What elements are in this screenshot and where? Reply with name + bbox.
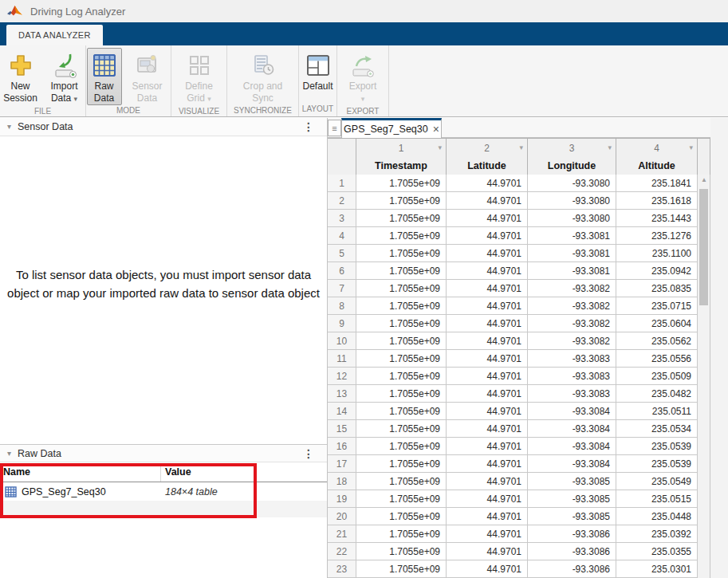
row-number[interactable]: 18: [328, 473, 356, 490]
table-cell[interactable]: 235.0604: [616, 315, 698, 332]
default-layout-button[interactable]: Default: [300, 48, 336, 93]
table-cell[interactable]: 1.7055e+09: [356, 543, 447, 560]
crop-and-sync-button[interactable]: Crop andSync: [229, 48, 297, 105]
table-cell[interactable]: -93.3083: [528, 368, 616, 385]
table-cell[interactable]: -93.3082: [528, 332, 616, 350]
row-number[interactable]: 10: [328, 332, 356, 350]
table-cell[interactable]: -93.3083: [528, 385, 616, 403]
grid-column-name-latitude[interactable]: Latitude: [447, 157, 528, 175]
row-number[interactable]: 5: [328, 245, 356, 262]
table-cell[interactable]: 235.0539: [616, 438, 698, 455]
row-number[interactable]: 7: [328, 280, 356, 297]
row-number[interactable]: 2: [328, 192, 356, 210]
table-cell[interactable]: 1.7055e+09: [356, 192, 447, 210]
table-cell[interactable]: 235.0942: [616, 262, 698, 280]
table-cell[interactable]: 44.9701: [447, 245, 528, 262]
table-cell[interactable]: 44.9701: [447, 175, 528, 192]
grid-column-index-1[interactable]: 1▾: [356, 139, 447, 157]
row-number[interactable]: 15: [328, 420, 356, 438]
raw-data-button[interactable]: RawData: [87, 48, 122, 105]
collapse-arrow-icon[interactable]: ▾: [7, 123, 11, 131]
row-number[interactable]: 17: [328, 455, 356, 473]
grid-column-index-4[interactable]: 4▾: [616, 139, 698, 157]
table-cell[interactable]: 1.7055e+09: [356, 297, 447, 315]
table-cell[interactable]: 44.9701: [447, 508, 528, 525]
table-cell[interactable]: 235.0509: [616, 368, 698, 385]
table-cell[interactable]: 44.9701: [447, 403, 528, 420]
table-cell[interactable]: -93.3082: [528, 297, 616, 315]
table-cell[interactable]: 44.9701: [447, 420, 528, 438]
table-cell[interactable]: -93.3082: [528, 280, 616, 297]
table-cell[interactable]: -93.3080: [528, 210, 616, 227]
document-tab-gps-seg7-seq30[interactable]: GPS_Seg7_Seq30 ×: [341, 118, 442, 138]
table-cell[interactable]: -93.3086: [528, 560, 616, 578]
table-cell[interactable]: 1.7055e+09: [356, 210, 447, 227]
row-number[interactable]: 23: [328, 560, 356, 578]
close-icon[interactable]: ×: [433, 124, 439, 134]
row-number[interactable]: 4: [328, 227, 356, 245]
table-cell[interactable]: 1.7055e+09: [356, 315, 447, 332]
table-cell[interactable]: 235.0482: [616, 385, 698, 403]
table-cell[interactable]: 235.1276: [616, 227, 698, 245]
table-cell[interactable]: 1.7055e+09: [356, 245, 447, 262]
table-cell[interactable]: -93.3080: [528, 175, 616, 192]
table-cell[interactable]: 1.7055e+09: [356, 368, 447, 385]
table-cell[interactable]: 1.7055e+09: [356, 332, 447, 350]
table-cell[interactable]: 44.9701: [447, 332, 528, 350]
table-cell[interactable]: 44.9701: [447, 297, 528, 315]
table-cell[interactable]: 44.9701: [447, 192, 528, 210]
column-dropdown-icon[interactable]: ▾: [608, 144, 612, 151]
row-number[interactable]: 12: [328, 368, 356, 385]
scroll-up-icon[interactable]: ▲: [698, 176, 710, 183]
table-cell[interactable]: 1.7055e+09: [356, 262, 447, 280]
row-number[interactable]: 9: [328, 315, 356, 332]
table-cell[interactable]: 235.1443: [616, 210, 698, 227]
column-dropdown-icon[interactable]: ▾: [689, 144, 693, 151]
panel-menu-icon[interactable]: ⋮: [303, 120, 314, 133]
table-cell[interactable]: -93.3083: [528, 350, 616, 368]
table-cell[interactable]: -93.3085: [528, 490, 616, 508]
new-session-button[interactable]: NewSession: [0, 48, 41, 105]
table-cell[interactable]: 235.0448: [616, 508, 698, 525]
table-cell[interactable]: 235.0556: [616, 350, 698, 368]
table-cell[interactable]: 235.1841: [616, 175, 698, 192]
table-cell[interactable]: 235.0715: [616, 297, 698, 315]
table-cell[interactable]: 44.9701: [447, 385, 528, 403]
table-cell[interactable]: 44.9701: [447, 543, 528, 560]
column-dropdown-icon[interactable]: ▾: [519, 144, 523, 151]
table-cell[interactable]: 235.0534: [616, 420, 698, 438]
table-cell[interactable]: 44.9701: [447, 315, 528, 332]
row-number[interactable]: 21: [328, 525, 356, 543]
table-cell[interactable]: 235.0515: [616, 490, 698, 508]
table-cell[interactable]: 44.9701: [447, 350, 528, 368]
import-data-button[interactable]: ImportData ▾: [43, 48, 85, 106]
table-cell[interactable]: 235.1618: [616, 192, 698, 210]
table-cell[interactable]: 235.0562: [616, 332, 698, 350]
define-grid-button[interactable]: DefineGrid ▾: [174, 48, 225, 106]
table-cell[interactable]: 235.0539: [616, 455, 698, 473]
row-number[interactable]: 13: [328, 385, 356, 403]
scrollbar-thumb[interactable]: [699, 189, 708, 305]
table-cell[interactable]: 1.7055e+09: [356, 490, 447, 508]
table-cell[interactable]: -93.3084: [528, 403, 616, 420]
table-cell[interactable]: 235.1100: [616, 245, 698, 262]
table-cell[interactable]: -93.3081: [528, 227, 616, 245]
row-number[interactable]: 1: [328, 175, 356, 192]
table-cell[interactable]: 1.7055e+09: [356, 385, 447, 403]
collapse-arrow-icon[interactable]: ▾: [7, 450, 11, 458]
row-number[interactable]: 11: [328, 350, 356, 368]
table-cell[interactable]: 1.7055e+09: [356, 420, 447, 438]
grid-column-index-3[interactable]: 3▾: [528, 139, 616, 157]
row-number[interactable]: 16: [328, 438, 356, 455]
table-cell[interactable]: -93.3085: [528, 473, 616, 490]
table-cell[interactable]: 1.7055e+09: [356, 403, 447, 420]
document-bar-menu-button[interactable]: ≡: [328, 120, 341, 136]
table-cell[interactable]: -93.3081: [528, 262, 616, 280]
table-cell[interactable]: 44.9701: [447, 227, 528, 245]
table-cell[interactable]: -93.3085: [528, 508, 616, 525]
table-cell[interactable]: 235.0835: [616, 280, 698, 297]
table-cell[interactable]: 44.9701: [447, 262, 528, 280]
table-cell[interactable]: -93.3080: [528, 192, 616, 210]
grid-column-name-altitude[interactable]: Altitude: [616, 157, 698, 175]
tab-data-analyzer[interactable]: DATA ANALYZER: [6, 25, 103, 45]
